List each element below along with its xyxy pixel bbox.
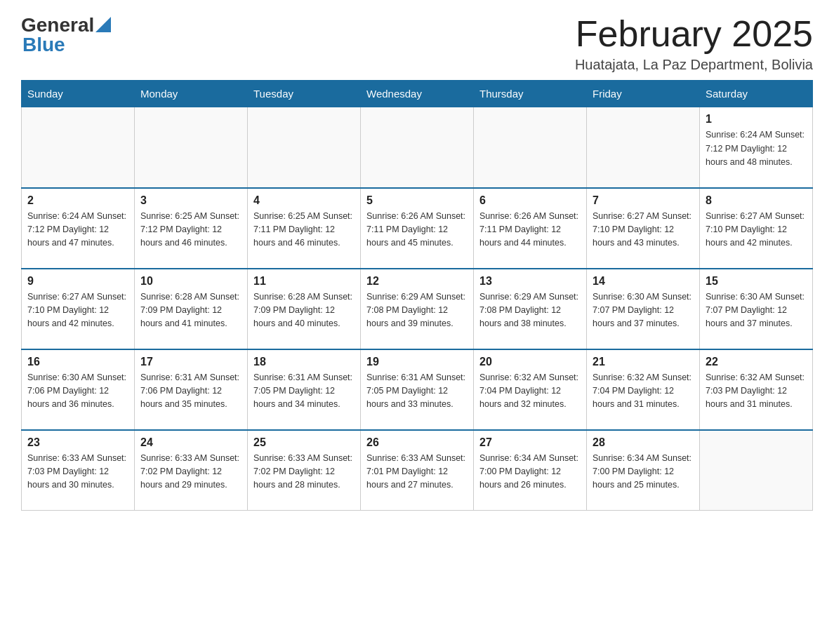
calendar-cell: 4Sunrise: 6:25 AM Sunset: 7:11 PM Daylig… <box>248 188 361 269</box>
day-number: 22 <box>706 356 807 368</box>
calendar-cell <box>361 107 474 188</box>
location-title: Huatajata, La Paz Department, Bolivia <box>575 57 813 73</box>
day-number: 7 <box>593 194 694 207</box>
day-info: Sunrise: 6:32 AM Sunset: 7:04 PM Dayligh… <box>479 371 581 412</box>
day-number: 28 <box>593 436 694 449</box>
day-info: Sunrise: 6:26 AM Sunset: 7:11 PM Dayligh… <box>479 210 581 250</box>
calendar-cell <box>474 107 587 188</box>
calendar-cell: 13Sunrise: 6:29 AM Sunset: 7:08 PM Dayli… <box>474 269 587 349</box>
weekday-header: Tuesday <box>248 81 361 107</box>
day-info: Sunrise: 6:24 AM Sunset: 7:12 PM Dayligh… <box>27 210 128 250</box>
day-number: 12 <box>366 275 468 288</box>
day-info: Sunrise: 6:33 AM Sunset: 7:02 PM Dayligh… <box>140 452 241 492</box>
day-info: Sunrise: 6:30 AM Sunset: 7:07 PM Dayligh… <box>706 290 807 331</box>
calendar-cell: 16Sunrise: 6:30 AM Sunset: 7:06 PM Dayli… <box>22 349 135 430</box>
day-info: Sunrise: 6:31 AM Sunset: 7:06 PM Dayligh… <box>140 371 241 412</box>
logo-blue-text: Blue <box>22 34 65 55</box>
calendar-cell <box>22 107 135 188</box>
day-number: 3 <box>140 194 241 207</box>
calendar-cell: 20Sunrise: 6:32 AM Sunset: 7:04 PM Dayli… <box>474 349 587 430</box>
calendar-cell: 7Sunrise: 6:27 AM Sunset: 7:10 PM Daylig… <box>587 188 700 269</box>
calendar-table: SundayMondayTuesdayWednesdayThursdayFrid… <box>21 80 813 511</box>
day-number: 6 <box>479 194 581 207</box>
calendar-header-row: SundayMondayTuesdayWednesdayThursdayFrid… <box>22 81 813 107</box>
day-number: 23 <box>27 436 128 449</box>
weekday-header: Monday <box>135 81 248 107</box>
calendar-cell: 12Sunrise: 6:29 AM Sunset: 7:08 PM Dayli… <box>361 269 474 349</box>
day-number: 4 <box>253 194 355 207</box>
page-header: General Blue February 2025 Huatajata, La… <box>21 14 813 73</box>
day-info: Sunrise: 6:25 AM Sunset: 7:12 PM Dayligh… <box>140 210 241 250</box>
calendar-cell <box>248 107 361 188</box>
day-number: 24 <box>140 436 241 449</box>
weekday-header: Saturday <box>700 81 813 107</box>
logo: General Blue <box>21 14 111 56</box>
day-info: Sunrise: 6:27 AM Sunset: 7:10 PM Dayligh… <box>593 210 694 250</box>
calendar-cell: 27Sunrise: 6:34 AM Sunset: 7:00 PM Dayli… <box>474 430 587 511</box>
calendar-week-row: 1Sunrise: 6:24 AM Sunset: 7:12 PM Daylig… <box>22 107 813 188</box>
day-number: 11 <box>253 275 355 288</box>
day-number: 10 <box>140 275 241 288</box>
day-info: Sunrise: 6:30 AM Sunset: 7:07 PM Dayligh… <box>593 290 694 331</box>
calendar-week-row: 2Sunrise: 6:24 AM Sunset: 7:12 PM Daylig… <box>22 188 813 269</box>
day-info: Sunrise: 6:25 AM Sunset: 7:11 PM Dayligh… <box>253 210 355 250</box>
day-number: 14 <box>593 275 694 288</box>
day-info: Sunrise: 6:29 AM Sunset: 7:08 PM Dayligh… <box>479 290 581 331</box>
day-number: 5 <box>366 194 468 207</box>
day-info: Sunrise: 6:28 AM Sunset: 7:09 PM Dayligh… <box>253 290 355 331</box>
weekday-header: Friday <box>587 81 700 107</box>
day-info: Sunrise: 6:27 AM Sunset: 7:10 PM Dayligh… <box>27 290 128 331</box>
calendar-cell: 11Sunrise: 6:28 AM Sunset: 7:09 PM Dayli… <box>248 269 361 349</box>
day-number: 25 <box>253 436 355 449</box>
day-info: Sunrise: 6:24 AM Sunset: 7:12 PM Dayligh… <box>706 128 807 169</box>
calendar-cell: 26Sunrise: 6:33 AM Sunset: 7:01 PM Dayli… <box>361 430 474 511</box>
calendar-cell: 9Sunrise: 6:27 AM Sunset: 7:10 PM Daylig… <box>22 269 135 349</box>
calendar-cell: 19Sunrise: 6:31 AM Sunset: 7:05 PM Dayli… <box>361 349 474 430</box>
day-number: 19 <box>366 356 468 368</box>
calendar-cell <box>135 107 248 188</box>
day-info: Sunrise: 6:34 AM Sunset: 7:00 PM Dayligh… <box>593 452 694 492</box>
calendar-cell: 25Sunrise: 6:33 AM Sunset: 7:02 PM Dayli… <box>248 430 361 511</box>
logo-triangle-icon <box>95 17 111 32</box>
weekday-header: Wednesday <box>361 81 474 107</box>
day-info: Sunrise: 6:27 AM Sunset: 7:10 PM Dayligh… <box>706 210 807 250</box>
calendar-cell: 15Sunrise: 6:30 AM Sunset: 7:07 PM Dayli… <box>700 269 813 349</box>
day-number: 17 <box>140 356 241 368</box>
calendar-cell: 17Sunrise: 6:31 AM Sunset: 7:06 PM Dayli… <box>135 349 248 430</box>
month-title: February 2025 <box>575 14 813 54</box>
day-info: Sunrise: 6:32 AM Sunset: 7:03 PM Dayligh… <box>706 371 807 412</box>
day-number: 26 <box>366 436 468 449</box>
calendar-cell: 6Sunrise: 6:26 AM Sunset: 7:11 PM Daylig… <box>474 188 587 269</box>
calendar-cell: 5Sunrise: 6:26 AM Sunset: 7:11 PM Daylig… <box>361 188 474 269</box>
calendar-cell: 23Sunrise: 6:33 AM Sunset: 7:03 PM Dayli… <box>22 430 135 511</box>
calendar-cell: 3Sunrise: 6:25 AM Sunset: 7:12 PM Daylig… <box>135 188 248 269</box>
day-info: Sunrise: 6:34 AM Sunset: 7:00 PM Dayligh… <box>479 452 581 492</box>
title-section: February 2025 Huatajata, La Paz Departme… <box>575 14 813 73</box>
day-number: 1 <box>706 113 807 126</box>
day-info: Sunrise: 6:33 AM Sunset: 7:02 PM Dayligh… <box>253 452 355 492</box>
day-info: Sunrise: 6:31 AM Sunset: 7:05 PM Dayligh… <box>366 371 468 412</box>
day-number: 15 <box>706 275 807 288</box>
day-number: 16 <box>27 356 128 368</box>
day-number: 21 <box>593 356 694 368</box>
day-number: 20 <box>479 356 581 368</box>
calendar-cell: 18Sunrise: 6:31 AM Sunset: 7:05 PM Dayli… <box>248 349 361 430</box>
day-number: 18 <box>253 356 355 368</box>
calendar-cell: 24Sunrise: 6:33 AM Sunset: 7:02 PM Dayli… <box>135 430 248 511</box>
calendar-cell: 21Sunrise: 6:32 AM Sunset: 7:04 PM Dayli… <box>587 349 700 430</box>
weekday-header: Sunday <box>22 81 135 107</box>
day-info: Sunrise: 6:31 AM Sunset: 7:05 PM Dayligh… <box>253 371 355 412</box>
day-info: Sunrise: 6:29 AM Sunset: 7:08 PM Dayligh… <box>366 290 468 331</box>
calendar-cell: 1Sunrise: 6:24 AM Sunset: 7:12 PM Daylig… <box>700 107 813 188</box>
day-number: 2 <box>27 194 128 207</box>
day-info: Sunrise: 6:33 AM Sunset: 7:03 PM Dayligh… <box>27 452 128 492</box>
svg-marker-0 <box>95 17 111 32</box>
day-info: Sunrise: 6:33 AM Sunset: 7:01 PM Dayligh… <box>366 452 468 492</box>
calendar-week-row: 23Sunrise: 6:33 AM Sunset: 7:03 PM Dayli… <box>22 430 813 511</box>
calendar-week-row: 9Sunrise: 6:27 AM Sunset: 7:10 PM Daylig… <box>22 269 813 349</box>
day-info: Sunrise: 6:30 AM Sunset: 7:06 PM Dayligh… <box>27 371 128 412</box>
day-number: 13 <box>479 275 581 288</box>
day-info: Sunrise: 6:28 AM Sunset: 7:09 PM Dayligh… <box>140 290 241 331</box>
calendar-cell: 22Sunrise: 6:32 AM Sunset: 7:03 PM Dayli… <box>700 349 813 430</box>
calendar-cell <box>587 107 700 188</box>
